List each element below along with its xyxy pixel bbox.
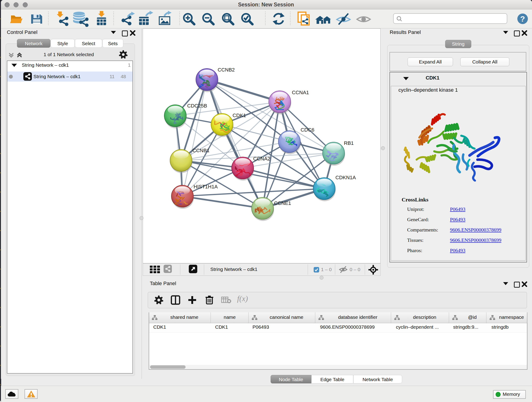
svg-text:CDK1: CDK1 [233, 113, 246, 118]
svg-text:CCNB2: CCNB2 [218, 67, 235, 73]
svg-text:CCNA1: CCNA1 [292, 89, 309, 95]
svg-text:CDKN1A: CDKN1A [336, 175, 356, 180]
svg-text:CCNE1: CCNE1 [274, 200, 291, 206]
svg-text:CDC6: CDC6 [301, 127, 314, 133]
svg-text:CDC25B: CDC25B [187, 103, 207, 109]
svg-text:CCNB1: CCNB1 [192, 148, 210, 153]
svg-text:CCNA2: CCNA2 [253, 156, 270, 162]
svg-text:HIST1H1A: HIST1H1A [194, 184, 218, 190]
svg-text:RB1: RB1 [344, 140, 354, 146]
